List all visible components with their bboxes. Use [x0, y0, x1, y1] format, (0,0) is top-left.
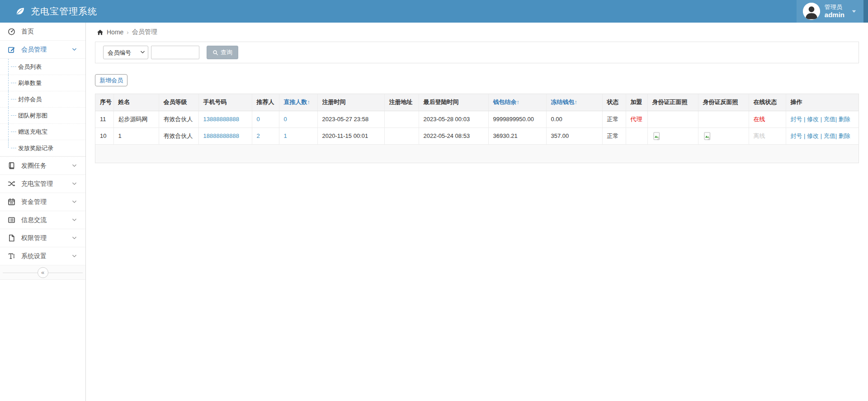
table-cell: 11	[95, 111, 113, 127]
tree-dash	[11, 83, 16, 83]
action-link[interactable]: 删除	[839, 116, 850, 123]
sidebar-subitem[interactable]: 团队树形图	[0, 108, 85, 124]
sidebar-collapse-bar: «	[0, 265, 85, 280]
cell-text: 代理	[631, 116, 642, 123]
chevron-down-icon	[71, 47, 77, 52]
user-menu-button[interactable]: 管理员 admin	[797, 0, 863, 23]
edit-icon	[8, 46, 15, 53]
sidebar-item-funds[interactable]: 资金管理	[0, 193, 85, 211]
sidebar-collapse-button[interactable]: «	[38, 267, 48, 278]
search-type-select[interactable]: 会员编号	[103, 46, 148, 59]
sidebar-subitem[interactable]: 发放奖励记录	[0, 140, 85, 156]
add-member-button[interactable]: 新增会员	[95, 74, 127, 86]
sidebar-item-label: 资金管理	[21, 198, 71, 206]
table-cell: 在线	[749, 111, 786, 127]
column-header[interactable]: 冻结钱包↑	[546, 94, 602, 111]
breadcrumb-separator: ›	[127, 29, 128, 36]
brand: 充电宝管理系统	[15, 0, 97, 23]
sidebar-item-powerbank[interactable]: 充电宝管理	[0, 175, 85, 193]
search-input[interactable]	[151, 46, 199, 59]
tree-guide-line	[8, 59, 9, 75]
sidebar: 首页会员管理会员列表刷单数量封停会员团队树形图赠送充电宝发放奖励记录发圈任务充电…	[0, 23, 86, 401]
sidebar-item-home[interactable]: 首页	[0, 23, 85, 41]
column-header: 加盟	[626, 94, 647, 111]
action-link[interactable]: 封号	[791, 132, 802, 139]
cell-link[interactable]: 18888888888	[203, 132, 240, 139]
tree-dash	[11, 66, 16, 67]
sidebar-item-permissions[interactable]: 权限管理	[0, 229, 85, 247]
sidebar-subitem[interactable]: 赠送充电宝	[0, 124, 85, 140]
sidebar-item-members[interactable]: 会员管理	[0, 41, 85, 59]
sidebar-item-label: 会员管理	[21, 46, 71, 54]
chevron-down-icon	[71, 181, 77, 187]
action-link[interactable]: 充值	[824, 132, 835, 139]
avatar	[803, 3, 820, 20]
search-button[interactable]: 查询	[207, 46, 238, 59]
breadcrumb-home-link[interactable]: Home	[107, 28, 123, 36]
column-header: 状态	[602, 94, 626, 111]
top-header: 充电宝管理系统 管理员 admin	[0, 0, 868, 23]
cell-link[interactable]: 2	[257, 132, 260, 139]
header-edge-strip	[863, 0, 868, 23]
table-cell	[647, 127, 698, 144]
table-cell	[384, 127, 419, 144]
cell-link[interactable]: 0	[257, 116, 260, 123]
action-link[interactable]: 充值	[824, 116, 835, 123]
column-header: 最后登陆时间	[419, 94, 488, 111]
cell-text: 离线	[754, 132, 765, 139]
sidebar-subitem[interactable]: 刷单数量	[0, 75, 85, 91]
table-cell: 13888888888	[198, 111, 252, 127]
action-link[interactable]: 修改	[807, 116, 819, 123]
chevron-down-icon	[71, 217, 77, 223]
column-header: 会员等级	[159, 94, 198, 111]
user-name: admin	[825, 11, 844, 19]
book-icon	[8, 162, 15, 170]
action-link[interactable]: 修改	[807, 132, 819, 139]
user-role: 管理员	[825, 4, 844, 11]
column-header[interactable]: 直推人数↑	[279, 94, 317, 111]
table-cell: 0.00	[546, 111, 602, 127]
table-cell: 2022-05-24 08:53	[419, 127, 488, 144]
cell-link[interactable]: 13888888888	[203, 116, 240, 123]
sidebar-subitem[interactable]: 会员列表	[0, 59, 85, 75]
table-cell: 正常	[602, 111, 626, 127]
tree-guide-line	[8, 108, 9, 123]
column-header: 注册地址	[384, 94, 419, 111]
sidebar-subitem-label: 发放奖励记录	[18, 144, 53, 152]
text-icon	[8, 252, 15, 260]
sidebar-menu: 首页会员管理会员列表刷单数量封停会员团队树形图赠送充电宝发放奖励记录发圈任务充电…	[0, 23, 85, 265]
sidebar-subitem-label: 会员列表	[18, 63, 42, 71]
tree-guide-line	[8, 124, 9, 140]
sidebar-item-moments-tasks[interactable]: 发圈任务	[0, 157, 85, 175]
chevron-down-icon	[71, 199, 77, 205]
breadcrumb-current: 会员管理	[132, 28, 157, 36]
table-row: 101有效合伙人18888888888212020-11-15 00:01202…	[95, 127, 859, 144]
table-cell: 2020-11-15 00:01	[317, 127, 384, 144]
column-header: 注册时间	[317, 94, 384, 111]
sidebar-subitem[interactable]: 封停会员	[0, 91, 85, 108]
table-cell	[647, 111, 698, 127]
sidebar-item-messages[interactable]: 信息交流	[0, 211, 85, 229]
table-cell: 18888888888	[198, 127, 252, 144]
column-header: 手机号码	[198, 94, 252, 111]
table-cell: 0	[252, 111, 279, 127]
cell-link[interactable]: 1	[284, 132, 287, 139]
sidebar-item-label: 发圈任务	[21, 162, 71, 170]
sidebar-subitem-label: 刷单数量	[18, 79, 42, 87]
main-content: Home › 会员管理 会员编号 查询 新增会员 序号姓名会员等级手机号码推荐人…	[86, 23, 868, 401]
action-link[interactable]: 删除	[839, 132, 850, 139]
cell-link[interactable]: 0	[284, 116, 287, 123]
column-header[interactable]: 钱包结余↑	[488, 94, 546, 111]
sidebar-subitem-label: 团队树形图	[18, 112, 47, 120]
list-icon	[8, 216, 15, 224]
column-header: 序号	[95, 94, 113, 111]
tree-dash	[11, 99, 16, 99]
chevron-down-icon	[71, 253, 77, 259]
app-title: 充电宝管理系统	[31, 5, 97, 18]
file-icon	[8, 234, 15, 242]
sidebar-item-settings[interactable]: 系统设置	[0, 247, 85, 265]
caret-down-icon	[851, 8, 857, 14]
action-link[interactable]: 封号	[791, 116, 802, 123]
table-cell: 代理	[626, 111, 647, 127]
action-separator: |	[835, 116, 839, 123]
